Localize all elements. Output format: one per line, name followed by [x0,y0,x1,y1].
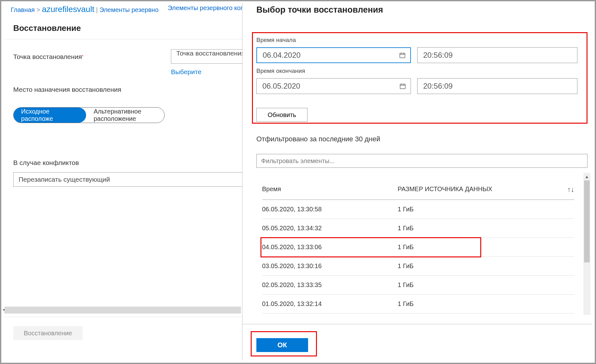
end-date-input[interactable]: 06.05.2020 [256,78,411,94]
table-row[interactable]: 05.05.2020, 13:34:321 ГиБ [262,219,574,238]
cell-size: 1 ГиБ [398,225,574,232]
breadcrumb-items-trunc[interactable]: Элементы резервно [99,6,158,13]
start-time-input[interactable]: 20:56:09 [417,47,577,63]
filter-input[interactable] [256,154,587,168]
restore-destination-label: Место назначения восстановления [13,86,121,93]
breadcrumb: Главная > azurefilesvault | Элементы рез… [11,4,159,14]
restore-button: Восстановление [13,326,83,340]
select-link[interactable]: Выберите [171,68,202,76]
end-time-input[interactable]: 20:56:09 [417,78,577,94]
table-row[interactable]: 04.05.2020, 13:33:061 ГиБ [262,238,574,257]
restore-point-blade: Выбор точки восстановления Время начала … [242,3,592,360]
restore-point-label: Точка восстановления* [13,53,83,61]
vscroll-track[interactable]: ▲ [583,173,590,315]
ok-button[interactable]: ОК [256,338,308,352]
vscroll-up-icon[interactable]: ▲ [583,173,590,180]
refresh-button[interactable]: Обновить [256,108,307,122]
calendar-icon[interactable] [399,52,406,59]
pill-original-location[interactable]: Исходное расположе [14,108,86,123]
table-row[interactable]: 01.05.2020, 13:32:141 ГиБ [262,295,574,314]
hscroll-track[interactable] [4,307,241,314]
divider [242,324,592,324]
sort-icon[interactable]: ↑↓ [567,185,574,194]
cell-time: 02.05.2020, 13:33:35 [262,281,398,289]
cell-time: 05.05.2020, 13:34:32 [262,225,398,232]
cell-size: 1 ГиБ [398,262,574,270]
end-time-label: Время окончания [256,68,305,74]
vscroll-thumb[interactable] [584,180,590,262]
table-header: Время РАЗМЕР ИСТОЧНИКА ДАННЫХ ↑↓ [262,180,574,200]
col-time[interactable]: Время [262,185,398,194]
col-size[interactable]: РАЗМЕР ИСТОЧНИКА ДАННЫХ [398,185,567,194]
restore-points-table: Время РАЗМЕР ИСТОЧНИКА ДАННЫХ ↑↓ 06.05.2… [262,180,574,314]
pill-alternate-location[interactable]: Альтернативное расположение [86,108,164,123]
table-row[interactable]: 02.05.2020, 13:33:351 ГиБ [262,276,574,295]
page-title: Восстановление [13,23,81,33]
cell-size: 1 ГиБ [398,244,574,251]
start-date-input[interactable]: 06.04.2020 [256,47,411,63]
blade-title: Выбор точки восстановления [256,5,383,15]
svg-rect-0 [400,53,405,58]
destination-toggle: Исходное расположе Альтернативное распол… [13,107,165,123]
calendar-icon[interactable] [399,83,406,90]
conflicts-label: В случае конфликтов [13,159,79,167]
breadcrumb-vault[interactable]: azurefilesvault [42,4,94,14]
svg-rect-1 [400,84,406,89]
cell-size: 1 ГиБ [398,300,574,308]
filter-summary: Отфильтровано за последние 30 дней [256,135,380,143]
breadcrumb-home[interactable]: Главная [11,6,35,13]
cell-time: 04.05.2020, 13:33:06 [262,244,398,251]
cell-time: 06.05.2020, 13:30:58 [262,206,398,213]
table-row[interactable]: 03.05.2020, 13:30:161 ГиБ [262,257,574,276]
cell-time: 01.05.2020, 13:32:14 [262,300,398,308]
cell-time: 03.05.2020, 13:30:16 [262,262,398,270]
table-row[interactable]: 06.05.2020, 13:30:581 ГиБ [262,200,574,219]
cell-size: 1 ГиБ [398,206,574,213]
start-time-label: Время начала [256,37,296,44]
cell-size: 1 ГиБ [398,281,574,289]
